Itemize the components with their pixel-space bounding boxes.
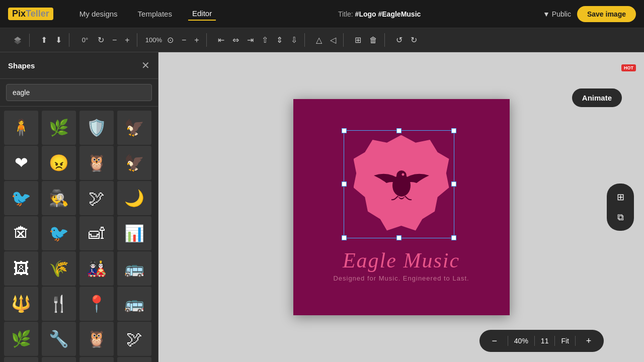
canvas-subtitle: Designed for Music. Engineered to Last. (333, 275, 469, 282)
handle-br[interactable] (451, 235, 456, 240)
handle-mr[interactable] (451, 182, 456, 187)
shape-item-gingerbread[interactable]: 🎎 (79, 251, 114, 286)
selection-box (344, 130, 454, 238)
add-shape-button[interactable]: ⊞ (611, 188, 630, 207)
shape-item-person[interactable]: 🧍 (4, 111, 38, 145)
canvas: Eagle Music Designed for Music. Engineer… (293, 99, 510, 315)
shape-item-bench[interactable]: 🛋 (79, 216, 114, 250)
shape-item-stripes[interactable]: 📊 (117, 216, 151, 250)
handle-bl[interactable] (342, 235, 347, 240)
public-button[interactable]: ▼ Public (543, 10, 571, 18)
plus-rotate-button[interactable]: + (122, 34, 132, 47)
zoom-bar: − 40% 11 Fit + (479, 330, 604, 352)
handle-tc[interactable] (396, 128, 401, 133)
shape-item-tool[interactable]: 🔧 (42, 322, 76, 356)
logo: PixTeller (8, 8, 57, 20)
close-panel-button[interactable]: ✕ (141, 59, 150, 71)
shape-item-house[interactable]: 🏚 (4, 216, 38, 250)
align-center-h-button[interactable]: ⇔ (229, 33, 242, 47)
align-right-button[interactable]: ⇥ (244, 33, 257, 47)
shape-item-bird-banner[interactable]: 🐦 (4, 181, 38, 215)
shape-item-bus-side[interactable]: 🚌 (117, 287, 151, 321)
add-frame-button[interactable]: ⊞ (352, 33, 364, 47)
zoom-in-button[interactable]: + (582, 334, 596, 348)
panel-title: Shapes (8, 61, 35, 70)
zoom-out-button[interactable]: − (488, 334, 502, 348)
shape-item-feather2[interactable]: 🌾 (42, 251, 76, 286)
shape-item-fat-bird[interactable]: 🐦 (42, 216, 76, 250)
zoom-icon[interactable]: ⊙ (164, 33, 177, 47)
shape-item-fork2[interactable]: 🍴 (42, 287, 76, 321)
shape-item-eagle-head[interactable]: 🦅 (117, 146, 151, 180)
zoom-percent: 40% (514, 337, 528, 345)
shape-item-branch[interactable]: 🌿 (4, 322, 38, 356)
undo-button[interactable]: ↺ (393, 33, 406, 47)
align-bottom-button[interactable]: ⇩ (288, 33, 300, 47)
animate-button[interactable]: Animate (572, 88, 622, 107)
side-tools: ⊞ ⧉ (607, 184, 634, 231)
align-top-button[interactable]: ⇧ (259, 33, 271, 47)
plus-zoom-button[interactable]: + (191, 34, 202, 47)
redo-button[interactable]: ↻ (408, 33, 420, 47)
move-down-button[interactable]: ⬇ (52, 33, 65, 47)
save-image-button[interactable]: Save image (577, 6, 636, 22)
design-title: Title: #Logo #EagleMusic (228, 10, 531, 18)
zoom-value: 100% (145, 36, 162, 44)
copy-button[interactable]: ⧉ (611, 208, 630, 227)
shape-item-owl[interactable]: 🦉 (79, 322, 114, 356)
flip-v-button[interactable]: △ (313, 33, 325, 47)
canvas-title: Eagle Music (343, 248, 460, 273)
shape-item-resize-v[interactable]: ↕ (79, 357, 114, 362)
rotate-button[interactable]: ↻ (95, 33, 107, 47)
align-center-v-button[interactable]: ⇕ (273, 33, 286, 47)
search-input[interactable] (6, 84, 152, 101)
nav-my-designs[interactable]: My designs (75, 8, 122, 20)
shape-item-feather[interactable]: 🌿 (42, 111, 76, 145)
shape-item-resize-h[interactable]: ↔ (117, 357, 151, 362)
shape-item-angry-bird[interactable]: 😠 (42, 146, 76, 180)
page-number: 11 (541, 337, 549, 345)
shape-item-bird-left[interactable]: 🕊 (117, 322, 151, 356)
shape-item-night-owl[interactable]: 🌙 (117, 181, 151, 215)
shape-item-heart-eagle[interactable]: ❤ (4, 146, 38, 180)
shape-item-owl-face[interactable]: 🦉 (79, 146, 114, 180)
shape-item-wings[interactable]: 🦢 (4, 357, 38, 362)
rotation-value: 0° (77, 36, 93, 44)
minus-rotate-button[interactable]: − (109, 34, 120, 47)
delete-button[interactable]: 🗑 (366, 34, 380, 47)
align-left-button[interactable]: ⇤ (215, 33, 227, 47)
shape-item-bottle[interactable]: 🏺 (42, 357, 76, 362)
fit-label[interactable]: Fit (561, 337, 569, 345)
nav-templates[interactable]: Templates (134, 8, 176, 20)
shape-item-fork[interactable]: 🔱 (4, 287, 38, 321)
flip-h-button[interactable]: ◁ (327, 33, 339, 47)
hot-badge: HOT (621, 64, 636, 71)
shape-item-eagle-shield[interactable]: 🛡️ (79, 111, 114, 145)
handle-tr[interactable] (451, 128, 456, 133)
handle-tl[interactable] (342, 128, 347, 133)
shape-item-cia-bird[interactable]: 🕵 (42, 181, 76, 215)
move-up-button[interactable]: ⬆ (38, 33, 50, 47)
handle-ml[interactable] (342, 182, 347, 187)
handle-bc[interactable] (396, 235, 401, 240)
shape-item-eagle-spread[interactable]: 🦅 (117, 111, 151, 145)
shape-item-pin[interactable]: 📍 (79, 287, 114, 321)
shape-item-frame[interactable]: 🖼 (4, 251, 38, 286)
shape-item-dove[interactable]: 🕊 (79, 181, 114, 215)
layers-icon[interactable] (10, 34, 25, 47)
shapes-grid: 🧍🌿🛡️🦅❤😠🦉🦅🐦🕵🕊🌙🏚🐦🛋📊🖼🌾🎎🚌🔱🍴📍🚌🌿🔧🦉🕊🦢🏺↕↔ (0, 107, 158, 362)
nav-editor[interactable]: Editor (188, 7, 216, 21)
minus-zoom-button[interactable]: − (179, 34, 189, 47)
shape-item-bus-front[interactable]: 🚌 (117, 251, 151, 286)
